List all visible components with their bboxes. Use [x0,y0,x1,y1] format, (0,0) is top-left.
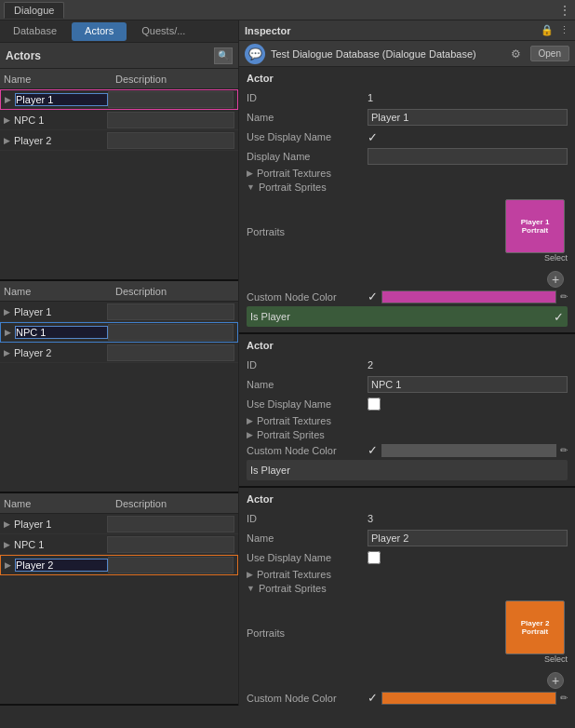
use-display-check-1[interactable]: ✓ [368,130,378,144]
use-display-checkbox-2[interactable] [368,398,381,411]
color-edit-icon-3[interactable]: ✏ [560,693,568,703]
portrait-textures-foldout-3[interactable]: ▶ Portrait Textures [247,569,568,580]
actor-desc-player1-g3[interactable] [107,516,234,533]
actor-item-npc1-g2[interactable]: ▶ [0,322,238,343]
name-input-2[interactable] [368,376,568,393]
actor-name-input-npc1-g1[interactable] [14,115,107,126]
plus-icon-1[interactable]: + [547,271,564,288]
is-player-check-2[interactable]: ✓ [554,464,564,478]
use-display-label-2: Use Display Name [247,398,368,410]
tab-database[interactable]: Database [0,22,70,41]
actor-desc-npc1-g1[interactable] [107,112,234,128]
actor-name-input-player1-g1[interactable] [15,93,108,106]
options-icon[interactable]: ⋮ [559,24,569,36]
portrait-textures-label-1: Portrait Textures [257,168,331,179]
actor-item-player1-g3[interactable]: ▶ [0,514,238,534]
field-display-name-1: Display Name [247,148,568,165]
arrow-icon: ▶ [4,540,10,549]
is-player-row-1[interactable]: Is Player ✓ [247,306,568,327]
actor-desc-player2-g2[interactable] [107,344,234,361]
portrait-textures-foldout-1[interactable]: ▶ Portrait Textures [247,168,568,179]
settings-icon[interactable]: ⚙ [511,47,521,61]
arrow-icon: ▶ [4,307,10,317]
actor-desc-player1-g1[interactable] [108,91,234,108]
color-label-2: Custom Node Color [247,445,368,456]
name-label-1: Name [247,112,368,123]
tab-quests[interactable]: Quests/... [128,22,198,41]
portrait-sprites-foldout-3[interactable]: ▼ Portrait Sprites [247,583,568,594]
color-edit-icon-2[interactable]: ✏ [560,445,568,455]
actor-desc-player2-g3[interactable] [108,557,234,573]
open-button[interactable]: Open [530,46,569,61]
section-title-1: Actor [247,73,568,84]
inspector-obj-header: 💬 Test Dialogue Database (Dialogue Datab… [239,41,575,67]
color-check-3[interactable]: ✓ [368,691,378,705]
foldout-arrow-sprites-2: ▶ [247,430,253,439]
color-check-1[interactable]: ✓ [368,290,378,303]
foldout-arrow-sprites-3: ▼ [247,584,255,593]
color-row-2: Custom Node Color ✓ ✏ [247,443,568,457]
actor-item-player1-g1[interactable]: ▶ [0,89,238,110]
color-bar-1[interactable] [381,290,556,303]
name-input-3[interactable] [368,530,568,546]
name-input-1[interactable] [368,109,568,126]
color-bar-2[interactable] [381,444,556,457]
inspector-icons: 🔒 ⋮ [541,24,569,36]
portrait-select-btn-3[interactable]: Select [502,654,568,664]
actor-list-header-2: Name Description [0,281,238,302]
field-use-display-2: Use Display Name [247,396,568,412]
actor-name-input-player1-g2[interactable] [14,306,107,317]
portrait-img-1: Player 1Portrait [505,199,565,253]
search-button[interactable]: 🔍 [214,47,233,64]
actors-header: Actors 🔍 [0,43,238,69]
col-name-label-2: Name [4,286,115,297]
is-player-row-2[interactable]: Is Player ✓ [247,460,568,480]
actor-name-input-player2-g1[interactable] [14,135,107,146]
portrait-sprites-foldout-1[interactable]: ▼ Portrait Sprites [247,182,568,193]
actor-desc-player2-g1[interactable] [107,132,234,149]
use-display-checkbox-3[interactable] [368,551,381,564]
actor-item-player2-g2[interactable]: ▶ [0,343,238,363]
is-player-check-1[interactable]: ✓ [554,310,564,324]
inspector-section-3: Actor ID 3 Name Use Display Name ▶ [239,488,575,706]
tab-dialogue[interactable]: Dialogue [4,2,64,19]
portrait-textures-label-2: Portrait Textures [257,415,331,426]
actor-desc-npc1-g3[interactable] [107,536,234,553]
inspector-sections: Actor ID 1 Name Use Display Name ✓ Di [239,67,575,706]
lock-icon[interactable]: 🔒 [541,24,554,36]
id-value-3: 3 [368,513,568,524]
actor-item-player2-g1[interactable]: ▶ [0,130,238,151]
color-check-2[interactable]: ✓ [368,443,378,457]
field-portraits-1: Portraits Player 1Portrait Select [247,195,568,268]
portrait-textures-foldout-2[interactable]: ▶ Portrait Textures [247,415,568,426]
portrait-sprites-foldout-2[interactable]: ▶ Portrait Sprites [247,429,568,440]
right-panel: Inspector 🔒 ⋮ 💬 Test Dialogue Database (… [239,20,575,706]
actor-desc-player1-g2[interactable] [107,303,234,320]
use-display-label-1: Use Display Name [247,131,368,142]
display-name-label-1: Display Name [247,151,368,162]
portrait-img-3: Player 2Portrait [505,600,565,654]
color-label-1: Custom Node Color [247,291,368,303]
section-title-3: Actor [247,493,568,505]
display-name-input-1[interactable] [368,148,568,165]
foldout-arrow-2: ▶ [247,416,253,425]
foldout-arrow-sprites-1: ▼ [247,182,255,192]
actor-item-player2-g3[interactable]: ▶ [0,555,238,575]
tab-actors[interactable]: Actors [72,22,127,41]
color-bar-3[interactable] [381,692,556,705]
is-player-label-1: Is Player [250,311,554,322]
arrow-icon: ▶ [5,95,11,104]
actor-item-player1-g2[interactable]: ▶ [0,302,238,322]
window-options-icon[interactable]: ⋮ [558,3,571,18]
portrait-select-btn-1[interactable]: Select [502,253,568,263]
actor-item-npc1-g3[interactable]: ▶ [0,534,238,555]
actor-name-input-player1-g3[interactable] [14,519,107,530]
actor-item-npc1-g1[interactable]: ▶ [0,110,238,130]
actor-name-input-player2-g3[interactable] [15,559,108,572]
actor-desc-npc1-g2[interactable] [108,324,234,341]
actor-name-input-player2-g2[interactable] [14,347,107,358]
plus-icon-3[interactable]: + [547,672,564,689]
actor-name-input-npc1-g3[interactable] [14,539,107,550]
color-edit-icon-1[interactable]: ✏ [560,291,568,302]
actor-name-input-npc1-g2[interactable] [15,326,108,339]
